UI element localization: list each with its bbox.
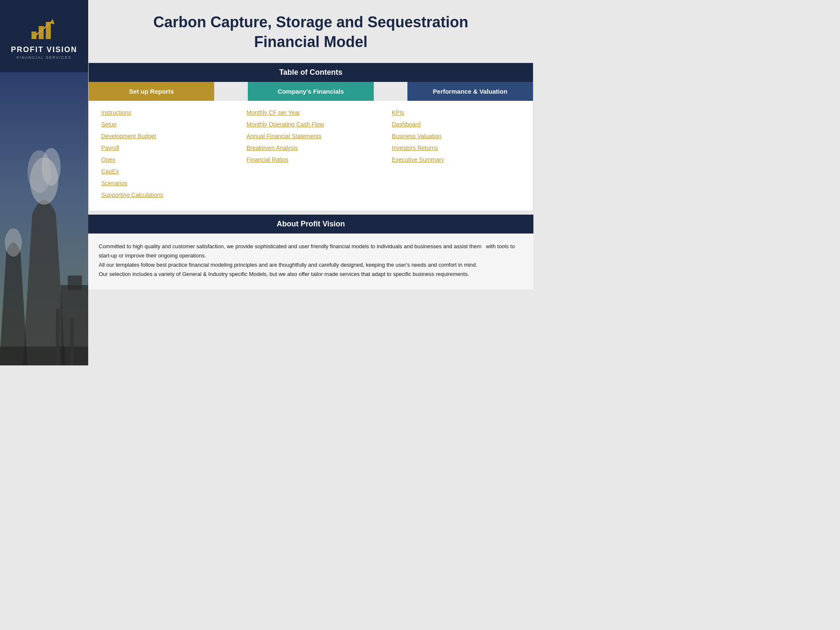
logo-area: PROFIT VISION FINANCIAL SERVICES (7, 8, 81, 72)
main-content: Carbon Capture, Storage and Sequestratio… (88, 0, 533, 365)
tab-company-financials[interactable]: Company's Financials (248, 82, 373, 101)
link-business-valuation[interactable]: Business Valuation (392, 133, 520, 139)
header: Carbon Capture, Storage and Sequestratio… (88, 0, 533, 63)
svg-rect-14 (70, 318, 74, 365)
link-supporting-calculations[interactable]: Supporting Calculations (101, 192, 230, 198)
page-title: Carbon Capture, Storage and Sequestratio… (105, 13, 517, 52)
about-content: Committed to high quality and customer s… (88, 234, 533, 289)
logo-icon (29, 17, 59, 42)
link-payroll[interactable]: Payroll (101, 144, 230, 151)
link-annual-financial-statements[interactable]: Annual Financial Statements (247, 133, 375, 139)
link-dashboard[interactable]: Dashboard (392, 121, 520, 128)
svg-rect-12 (0, 346, 88, 365)
sidebar: PROFIT VISION FINANCIAL SERVICES (0, 0, 88, 365)
sidebar-image (0, 72, 88, 365)
link-financial-ratios[interactable]: Financial Ratios (247, 156, 375, 163)
about-header: About Profit Vision (88, 215, 533, 234)
toc-col-setup: Instructions Setup Development Budget Pa… (93, 109, 238, 198)
link-executive-summary[interactable]: Executive Summary (392, 156, 520, 163)
toc-col-financials: Monthly CF per Year Monthly Operating Ca… (238, 109, 383, 198)
link-capex[interactable]: CapEx (101, 168, 230, 175)
tab-spacer-2 (374, 82, 407, 101)
tab-setup-reports[interactable]: Set up Reports (89, 82, 214, 101)
link-scenarios[interactable]: Scenarios (101, 180, 230, 186)
link-monthly-operating-cash-flow[interactable]: Monthly Operating Cash Flow (247, 121, 375, 128)
toc-col-performance: KPIs Dashboard Business Valuation Invest… (383, 109, 529, 198)
about-text: Committed to high quality and customer s… (99, 242, 523, 279)
brand-sub: FINANCIAL SERVICES (17, 55, 72, 60)
link-breakeven-analysis[interactable]: Breakeven Analysis (247, 144, 375, 151)
brand-name: PROFIT VISION (11, 45, 77, 54)
tab-spacer-1 (214, 82, 248, 101)
tab-performance-valuation[interactable]: Performance & Valuation (407, 82, 533, 101)
toc-tabs: Set up Reports Company's Financials Perf… (89, 82, 533, 101)
svg-rect-13 (56, 309, 60, 365)
svg-point-9 (5, 228, 22, 257)
link-monthly-cf-per-year[interactable]: Monthly CF per Year (247, 109, 375, 116)
link-development-budget[interactable]: Development Budget (101, 133, 230, 139)
link-kpis[interactable]: KPIs (392, 109, 520, 116)
sidebar-bg-svg (0, 72, 88, 365)
page-wrapper: PROFIT VISION FINANCIAL SERVICES (0, 0, 533, 365)
link-investors-returns[interactable]: Investors Returns (392, 144, 520, 151)
svg-rect-11 (68, 276, 82, 290)
toc-links: Instructions Setup Development Budget Pa… (89, 101, 533, 211)
link-setup[interactable]: Setup (101, 121, 230, 128)
toc-header: Table of Contents (89, 63, 533, 82)
toc-section: Table of Contents Set up Reports Company… (88, 63, 533, 211)
link-opex[interactable]: Opex (101, 156, 230, 163)
svg-point-8 (28, 150, 51, 193)
about-section: About Profit Vision Committed to high qu… (88, 215, 533, 289)
link-instructions[interactable]: Instructions (101, 109, 230, 116)
